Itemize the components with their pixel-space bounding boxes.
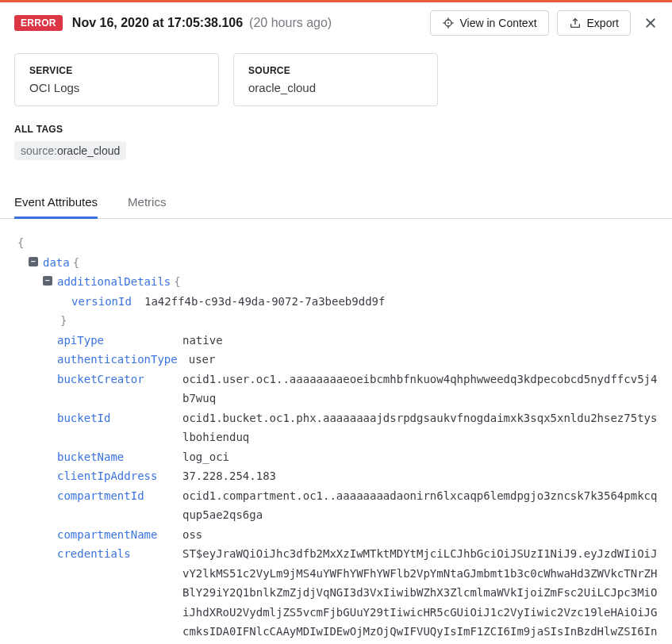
brace-open: { [174,272,180,292]
close-button[interactable] [643,16,658,30]
json-kv-versionId[interactable]: versionId 1a42ff4b-c93d-49da-9072-7a3bee… [14,292,658,312]
json-key-additionalDetails[interactable]: − additionalDetails { [14,272,658,292]
json-key-label: data [43,253,70,273]
json-key-label: credentials [57,544,182,564]
source-card: SOURCE oracle_cloud [233,53,438,106]
json-close-additionalDetails: } [14,311,658,331]
json-key-label: apiType [57,331,182,351]
json-key-data[interactable]: − data { [14,253,658,273]
json-key-label: bucketId [57,408,182,428]
export-icon [569,17,582,29]
view-in-context-label: View in Context [460,17,537,29]
json-value: native [182,331,223,351]
json-kv-compartmentId[interactable]: compartmentId ocid1.compartment.oc1..aaa… [14,486,658,525]
json-key-label: versionId [71,292,144,312]
tag-pill[interactable]: source:oracle_cloud [14,141,126,160]
status-badge: ERROR [14,15,63,31]
tab-event-attributes[interactable]: Event Attributes [14,187,98,218]
json-value: ocid1.bucket.oc1.phx.aaaaaaaajdsrpdgsauk… [182,408,658,447]
json-kv-credentials[interactable]: credentials ST$eyJraWQiOiJhc3dfb2MxXzIwM… [14,544,658,644]
tab-bar: Event Attributes Metrics [0,187,672,219]
json-kv-apiType[interactable]: apiType native [14,331,658,351]
json-value: 37.228.254.183 [182,466,276,486]
close-icon [643,16,658,30]
json-key-label: authenticationType [57,350,189,370]
json-key-label: bucketName [57,447,182,467]
json-kv-bucketCreator[interactable]: bucketCreator ocid1.user.oc1..aaaaaaaaeo… [14,370,658,408]
header-row: ERROR Nov 16, 2020 at 17:05:38.106 (20 h… [0,2,672,36]
event-timestamp: Nov 16, 2020 at 17:05:38.106 [72,16,243,30]
json-key-label: additionalDetails [57,272,171,292]
source-value: oracle_cloud [248,81,423,94]
brace-open: { [17,233,24,253]
json-value: log_oci [182,447,229,467]
json-key-label: compartmentId [57,486,182,506]
svg-point-5 [447,22,449,24]
service-card: SERVICE OCI Logs [14,53,219,106]
service-label: SERVICE [29,65,204,76]
json-root: { [14,233,658,253]
all-tags-label: ALL TAGS [14,124,658,135]
json-value: ocid1.compartment.oc1..aaaaaaaadaonirn6l… [182,486,658,525]
brace-close: } [60,311,67,331]
view-in-context-button[interactable]: View in Context [430,10,549,36]
json-value: oss [182,525,202,545]
json-key-label: compartmentName [57,525,182,545]
service-value: OCI Logs [29,81,204,94]
crosshair-icon [442,17,455,29]
all-tags-section: ALL TAGS source:oracle_cloud [0,106,672,160]
json-kv-bucketName[interactable]: bucketName log_oci [14,447,658,467]
collapse-icon[interactable]: − [43,276,52,286]
relative-time: (20 hours ago) [249,16,332,30]
json-key-label: clientIpAddress [57,466,182,486]
json-viewer: { − data { − additionalDetails { version… [0,219,672,644]
source-label: SOURCE [248,65,423,76]
tab-metrics[interactable]: Metrics [128,187,166,218]
summary-cards: SERVICE OCI Logs SOURCE oracle_cloud [0,36,672,106]
json-value: 1a42ff4b-c93d-49da-9072-7a3beeb9dd9f [144,292,385,312]
json-kv-bucketId[interactable]: bucketId ocid1.bucket.oc1.phx.aaaaaaaajd… [14,408,658,447]
json-kv-compartmentName[interactable]: compartmentName oss [14,525,658,545]
json-kv-authenticationType[interactable]: authenticationType user [14,350,658,370]
json-key-label: bucketCreator [57,370,182,389]
json-value: ocid1.user.oc1..aaaaaaaaeoeibcmhbfnkuow4… [182,370,658,408]
tag-value: oracle_cloud [57,144,120,157]
export-label: Export [587,17,619,29]
export-button[interactable]: Export [557,10,631,36]
json-kv-clientIpAddress[interactable]: clientIpAddress 37.228.254.183 [14,466,658,486]
collapse-icon[interactable]: − [29,257,38,266]
json-value: ST$eyJraWQiOiJhc3dfb2MxXzIwMTktMDYtMjciL… [182,544,658,644]
brace-open: { [73,253,79,273]
json-value: user [189,350,216,370]
tag-key: source: [21,144,57,157]
